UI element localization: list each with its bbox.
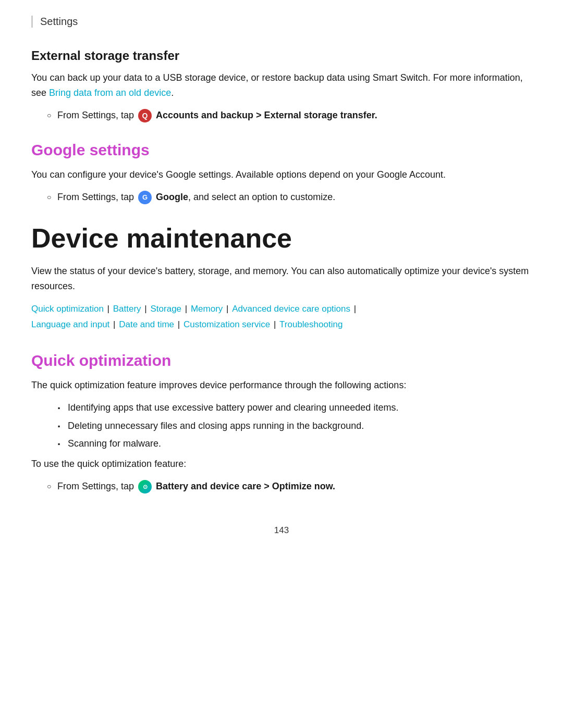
- quick-optimization-section: Quick optimization The quick optimizatio…: [31, 352, 532, 494]
- page-number: 143: [31, 525, 532, 551]
- quick-opt-step-1: From Settings, tap ⊙ Battery and device …: [47, 479, 532, 494]
- nav-link-memory[interactable]: Memory: [191, 304, 223, 314]
- nav-link-storage[interactable]: Storage: [151, 304, 182, 314]
- accounts-icon: Q: [138, 109, 152, 122]
- google-settings-body: You can configure your device's Google s…: [31, 167, 532, 182]
- quick-opt-bullet-2: Deleting unnecessary files and closing a…: [57, 418, 532, 434]
- nav-link-battery[interactable]: Battery: [113, 304, 141, 314]
- nav-link-troubleshooting[interactable]: Troubleshooting: [279, 319, 342, 329]
- device-maintenance-section: Device maintenance View the status of yo…: [31, 224, 532, 333]
- nav-link-customization[interactable]: Customization service: [183, 319, 270, 329]
- battery-care-icon: ⊙: [138, 480, 152, 493]
- google-settings-step-1: From Settings, tap G Google, and select …: [47, 190, 532, 205]
- device-maintenance-body: View the status of your device's battery…: [31, 264, 532, 294]
- bring-data-link[interactable]: Bring data from an old device: [49, 88, 171, 98]
- external-storage-heading: External storage transfer: [31, 48, 532, 63]
- quick-optimization-bullets: Identifying apps that use excessive batt…: [57, 400, 532, 451]
- google-settings-steps: From Settings, tap G Google, and select …: [47, 190, 532, 205]
- quick-optimization-heading: Quick optimization: [31, 352, 532, 369]
- external-storage-section: External storage transfer You can back u…: [31, 48, 532, 122]
- quick-opt-bullet-1: Identifying apps that use excessive batt…: [57, 400, 532, 415]
- page-container: Settings External storage transfer You c…: [0, 0, 563, 583]
- page-header: Settings: [31, 16, 532, 28]
- nav-link-quick-optimization[interactable]: Quick optimization: [31, 304, 104, 314]
- google-icon: G: [138, 191, 152, 204]
- external-storage-step-1: From Settings, tap Q Accounts and backup…: [47, 108, 532, 123]
- nav-link-language[interactable]: Language and input: [31, 319, 109, 329]
- external-storage-steps: From Settings, tap Q Accounts and backup…: [47, 108, 532, 123]
- page-title: Settings: [40, 16, 78, 27]
- external-storage-body: You can back up your data to a USB stora…: [31, 70, 532, 101]
- google-settings-section: Google settings You can configure your d…: [31, 141, 532, 205]
- quick-opt-steps: From Settings, tap ⊙ Battery and device …: [47, 479, 532, 494]
- device-maintenance-nav: Quick optimization | Battery | Storage |…: [31, 301, 532, 333]
- quick-opt-footer: To use the quick optimization feature:: [31, 456, 532, 472]
- device-maintenance-heading: Device maintenance: [31, 224, 532, 253]
- nav-link-date[interactable]: Date and time: [119, 319, 174, 329]
- nav-link-advanced[interactable]: Advanced device care options: [232, 304, 350, 314]
- google-settings-heading: Google settings: [31, 141, 532, 159]
- quick-optimization-body: The quick optimization feature improves …: [31, 378, 532, 393]
- quick-opt-bullet-3: Scanning for malware.: [57, 436, 532, 451]
